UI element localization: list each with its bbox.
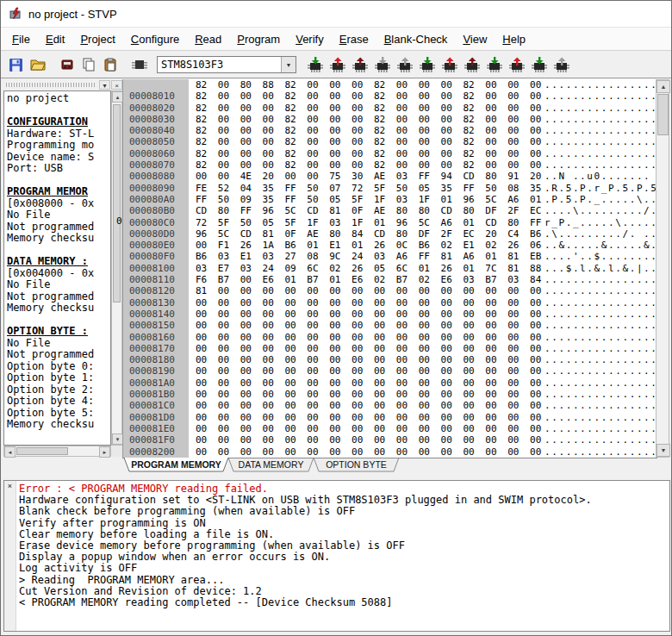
- tab-option-byte[interactable]: OPTION BYTE: [314, 459, 399, 470]
- hex-bytes[interactable]: 00 F1 26 1A B6 01 E1 01 26 0C B6 02 E1 0…: [196, 240, 541, 251]
- scrollbar-thumb[interactable]: [16, 447, 68, 455]
- chip-action-button-12-gray-up[interactable]: [551, 54, 572, 75]
- hex-row[interactable]: 00008090FE 52 04 35 FF 50 07 72 5F 50 05…: [123, 183, 657, 194]
- hex-bytes[interactable]: 00 00 00 00 00 00 00 00 00 00 00 00 00 0…: [196, 320, 541, 331]
- hex-row[interactable]: 000080A0FF 50 09 35 FF 50 05 5F 1F 03 1F…: [123, 194, 657, 205]
- hex-row[interactable]: 000080C072 5F 50 05 5F 1F 03 1F 01 96 5C…: [123, 217, 657, 228]
- hex-row[interactable]: 0000802082 00 00 00 82 00 00 00 82 00 00…: [123, 103, 657, 114]
- hex-row[interactable]: 0000803082 00 00 00 82 00 00 00 82 00 00…: [123, 114, 657, 125]
- hex-row[interactable]: 0000816000 00 00 00 00 00 00 00 00 00 00…: [123, 332, 657, 343]
- chip-action-button-7-red-up[interactable]: [439, 54, 460, 75]
- hex-row[interactable]: 000081D000 00 00 00 00 00 00 00 00 00 00…: [123, 412, 657, 423]
- hex-bytes[interactable]: 82 00 80 88 82 00 00 00 82 00 00 00 82 0…: [196, 79, 541, 90]
- hex-bytes[interactable]: CD 80 FF 96 5C CD 81 0F AE 80 80 CD 80 D…: [196, 205, 541, 216]
- device-combobox-value[interactable]: STM8S103F3: [158, 57, 281, 72]
- hex-bytes[interactable]: 00 00 4E 20 00 00 75 30 AE 03 FF 94 CD 8…: [196, 171, 541, 182]
- device-chip-icon[interactable]: [128, 54, 150, 75]
- hex-bytes[interactable]: 00 00 00 00 00 00 00 00 00 00 00 00 00 0…: [196, 412, 541, 423]
- hex-bytes[interactable]: 00 00 00 00 00 00 00 00 00 00 00 00 00 0…: [196, 343, 541, 354]
- hex-bytes[interactable]: 82 00 00 00 82 00 00 00 82 00 00 00 82 0…: [196, 159, 541, 171]
- hex-bytes[interactable]: FE 52 04 35 FF 50 07 72 5F 50 05 35 FF 5…: [196, 183, 541, 194]
- menu-item-program[interactable]: Program: [229, 29, 288, 49]
- menu-item-configure[interactable]: Configure: [123, 29, 187, 49]
- hex-row[interactable]: 000081A000 00 00 00 00 00 00 00 00 00 00…: [123, 377, 657, 389]
- chip-action-button-11-green-down[interactable]: [529, 54, 550, 75]
- hex-bytes[interactable]: 00 00 00 00 00 00 00 00 00 00 00 00 00 0…: [196, 309, 541, 320]
- menu-item-project[interactable]: Project: [72, 29, 122, 49]
- paste-button[interactable]: [99, 54, 121, 75]
- hex-bytes[interactable]: 00 00 00 00 00 00 00 00 00 00 00 00 00 0…: [196, 354, 541, 365]
- hex-bytes[interactable]: 82 00 00 00 82 00 00 00 82 00 00 00 82 0…: [196, 136, 541, 147]
- hex-row[interactable]: 0000817000 00 00 00 00 00 00 00 00 00 00…: [123, 343, 657, 354]
- menu-item-read[interactable]: Read: [187, 29, 229, 49]
- chip-action-button-6-green-down[interactable]: [417, 54, 438, 75]
- hex-bytes[interactable]: 82 00 00 00 82 00 00 00 82 00 00 00 82 0…: [196, 114, 541, 125]
- hex-bytes[interactable]: 82 00 00 00 82 00 00 00 82 00 00 00 82 0…: [196, 125, 541, 136]
- menu-item-file[interactable]: File: [4, 29, 38, 49]
- hex-row[interactable]: 0000806082 00 00 00 82 00 00 00 82 00 00…: [123, 148, 657, 159]
- menu-item-view[interactable]: View: [455, 29, 495, 49]
- hex-row[interactable]: 000081C000 00 00 00 00 00 00 00 00 00 00…: [123, 400, 657, 411]
- scroll-down-icon[interactable]: ▼: [656, 444, 670, 457]
- save-button[interactable]: [5, 54, 27, 75]
- hex-bytes[interactable]: 00 00 00 00 00 00 00 00 00 00 00 00 00 0…: [196, 332, 541, 343]
- hex-bytes[interactable]: F6 B7 00 E6 01 B7 01 E6 02 B7 02 E6 03 B…: [196, 274, 541, 285]
- scroll-up-icon[interactable]: ▲: [656, 80, 670, 93]
- hex-row[interactable]: 0000812081 00 00 00 00 00 00 00 00 00 00…: [123, 285, 657, 296]
- hex-row[interactable]: 0000819000 00 00 00 00 00 00 00 00 00 00…: [123, 365, 657, 377]
- menu-item-help[interactable]: Help: [495, 29, 533, 49]
- tab-program-memory[interactable]: PROGRAM MEMORY: [124, 459, 228, 470]
- hex-row[interactable]: 0000801082 00 00 00 82 00 00 00 82 00 00…: [123, 90, 657, 102]
- chip-action-button-10-red-up[interactable]: [507, 54, 527, 75]
- hex-bytes[interactable]: 00 00 00 00 00 00 00 00 00 00 00 00 00 0…: [196, 365, 541, 377]
- chip-action-button-9-green-down[interactable]: [484, 54, 505, 75]
- hex-row[interactable]: 000081B000 00 00 00 00 00 00 00 00 00 00…: [123, 389, 657, 400]
- hex-row[interactable]: 000080B0CD 80 FF 96 5C CD 81 0F AE 80 80…: [123, 205, 657, 216]
- sidebar-vertical-scrollbar[interactable]: ▲ ▼: [111, 90, 122, 446]
- hex-bytes[interactable]: 00 00 00 00 00 00 00 00 00 00 00 00 00 0…: [196, 434, 541, 446]
- hex-bytes[interactable]: 81 00 00 00 00 00 00 00 00 00 00 00 00 0…: [196, 285, 541, 296]
- hex-row[interactable]: 000081F000 00 00 00 00 00 00 00 00 00 00…: [123, 434, 657, 446]
- hex-bytes[interactable]: 82 00 00 00 82 00 00 00 82 00 00 00 82 0…: [196, 148, 541, 159]
- hex-bytes[interactable]: 00 00 00 00 00 00 00 00 00 00 00 00 00 0…: [196, 297, 541, 309]
- hex-bytes[interactable]: 96 5C CD 81 0F AE 80 84 CD 80 DF 2F EC 2…: [196, 228, 541, 240]
- hex-row[interactable]: 0000813000 00 00 00 00 00 00 00 00 00 00…: [123, 297, 657, 309]
- hex-row[interactable]: 00008110F6 B7 00 E6 01 B7 01 E6 02 B7 02…: [123, 274, 657, 285]
- hex-bytes[interactable]: 82 00 00 00 82 00 00 00 82 00 00 00 82 0…: [196, 103, 541, 114]
- hex-row[interactable]: 000080E000 F1 26 1A B6 01 E1 01 26 0C B6…: [123, 240, 657, 251]
- log-close-button[interactable]: ×: [4, 481, 16, 491]
- chip-action-button-1-green-down[interactable]: [305, 54, 326, 75]
- hex-row[interactable]: 0000814000 00 00 00 00 00 00 00 00 00 00…: [123, 309, 657, 320]
- hex-bytes[interactable]: 00 00 00 00 00 00 00 00 00 00 00 00 00 0…: [196, 400, 541, 411]
- sidebar-horizontal-scrollbar[interactable]: ◄ ►: [3, 446, 111, 457]
- chip-action-button-2-red-up[interactable]: [327, 54, 348, 75]
- hex-bytes[interactable]: 72 5F 50 05 5F 1F 03 1F 01 96 5C A6 01 C…: [196, 217, 541, 228]
- panel-close-button[interactable]: ×: [111, 80, 122, 90]
- hex-bytes[interactable]: 00 00 00 00 00 00 00 00 00 00 00 00 00 0…: [196, 446, 541, 458]
- hex-bytes[interactable]: 00 00 00 00 00 00 00 00 00 00 00 00 00 0…: [196, 377, 541, 389]
- scroll-left-icon[interactable]: ◄: [4, 446, 16, 458]
- combobox-dropdown-icon[interactable]: ▼: [281, 57, 296, 72]
- scrollbar-thumb[interactable]: [657, 94, 669, 135]
- hex-row[interactable]: 0000815000 00 00 00 00 00 00 00 00 00 00…: [123, 320, 657, 331]
- hex-row[interactable]: 82 00 80 88 82 00 00 00 82 00 00 00 82 0…: [123, 79, 657, 90]
- hex-row[interactable]: 0000820000 00 00 00 00 00 00 00 00 00 00…: [123, 446, 657, 458]
- hex-row[interactable]: 0000810003 E7 03 24 09 6C 02 26 05 6C 01…: [123, 263, 657, 274]
- hex-bytes[interactable]: B6 03 E1 03 27 08 9C 24 03 A6 FF 81 A6 0…: [196, 251, 541, 262]
- hex-memory-view[interactable]: 82 00 80 88 82 00 00 00 82 00 00 00 82 0…: [122, 79, 657, 458]
- chip-action-button-5-gray-up[interactable]: [395, 54, 415, 75]
- hex-bytes[interactable]: 03 E7 03 24 09 6C 02 26 05 6C 01 26 01 7…: [196, 263, 541, 274]
- menu-item-erase[interactable]: Erase: [332, 29, 376, 49]
- device-programmer-button[interactable]: [56, 54, 78, 75]
- menu-item-verify[interactable]: Verify: [288, 29, 332, 49]
- hex-row[interactable]: 000080D096 5C CD 81 0F AE 80 84 CD 80 DF…: [123, 228, 657, 240]
- chip-action-button-8-maroon-up[interactable]: [462, 54, 482, 75]
- hex-row[interactable]: 0000818000 00 00 00 00 00 00 00 00 00 00…: [123, 354, 657, 365]
- chip-action-button-4-gray-down[interactable]: [372, 54, 393, 75]
- hex-bytes[interactable]: 00 00 00 00 00 00 00 00 00 00 00 00 00 0…: [196, 423, 541, 434]
- hex-bytes[interactable]: 82 00 00 00 82 00 00 00 82 00 00 00 82 0…: [196, 90, 541, 102]
- tab-data-memory[interactable]: DATA MEMORY: [228, 459, 314, 470]
- hex-row[interactable]: 0000808000 00 4E 20 00 00 75 30 AE 03 FF…: [123, 171, 657, 182]
- hex-row[interactable]: 000080F0B6 03 E1 03 27 08 9C 24 03 A6 FF…: [123, 251, 657, 262]
- hex-vertical-scrollbar[interactable]: ▲ ▼: [656, 79, 669, 458]
